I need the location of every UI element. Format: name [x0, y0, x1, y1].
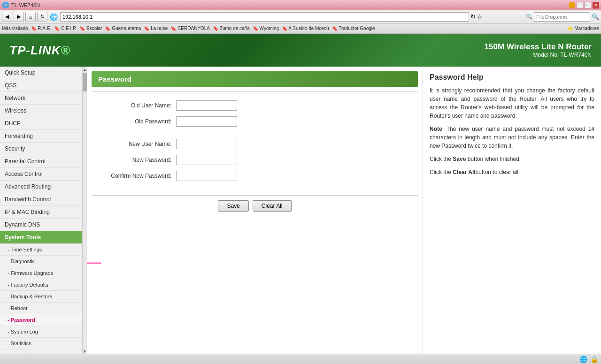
new-password-input[interactable]: [176, 155, 237, 165]
sidebar-item-quick-setup[interactable]: Quick Setup: [0, 67, 82, 79]
sidebar-item-dhcp[interactable]: DHCP: [0, 117, 82, 130]
product-line: 150M Wireless Lite N Router: [485, 42, 592, 52]
sidebar-item-backup-restore[interactable]: - Backup & Restore: [0, 291, 82, 303]
status-icon-shield: 🔒: [590, 356, 598, 363]
main-container: Quick Setup QSS Network Wireless DHCP Fo…: [0, 67, 601, 354]
new-password-row: New Password:: [101, 155, 408, 165]
sidebar-item-diagnostic[interactable]: - Diagnostic: [0, 256, 82, 267]
clear-hint-bold: Clear All: [453, 169, 475, 175]
bookmark-mas-visitado[interactable]: Más visitado: [2, 26, 28, 31]
browser-title: TL-WR740N: [11, 2, 569, 8]
status-icon-globe: 🌐: [579, 356, 587, 363]
sidebar-item-system-log[interactable]: - System Log: [0, 326, 82, 338]
new-username-row: New User Name:: [101, 139, 408, 149]
sidebar-item-ip-mac-binding[interactable]: IP & MAC Binding: [0, 206, 82, 219]
bookmark-guerra[interactable]: 🔖 Guerra eterna: [105, 26, 141, 31]
button-row: Save Clear All: [92, 200, 418, 212]
bookmark-traductor[interactable]: 🔖 Traductor Google: [332, 26, 375, 31]
close-btn[interactable]: ✕: [593, 2, 599, 8]
bookmark-ceip[interactable]: 🔖 C.E.I.P.: [54, 26, 77, 31]
old-password-row: Old Password:: [101, 116, 408, 127]
confirm-password-input[interactable]: [176, 171, 237, 181]
old-username-label: Old User Name:: [101, 102, 176, 109]
browser-icon: 🌐: [2, 1, 9, 8]
sidebar-item-forwarding[interactable]: Forwarding: [0, 130, 82, 143]
new-username-input[interactable]: [176, 139, 237, 149]
note-label: Note: [430, 126, 442, 132]
old-username-row: Old User Name:: [101, 100, 408, 111]
sidebar-item-network[interactable]: Network: [0, 92, 82, 105]
sidebar-item-wireless[interactable]: Wireless: [0, 105, 82, 117]
sidebar-item-password[interactable]: - Password: [0, 314, 82, 326]
help-clear-hint: Click the Clear Allbutton to clear all.: [430, 168, 594, 176]
bookmark-escolar[interactable]: 🔖 Escolar: [79, 26, 102, 31]
confirm-password-label: Confirm New Password:: [101, 173, 176, 179]
sidebar-item-system-tools[interactable]: System Tools: [0, 231, 82, 244]
sidebar-item-qss[interactable]: QSS: [0, 79, 82, 92]
save-hint-suffix: button when finished.: [466, 156, 521, 162]
clear-hint-suffix: button to clear all.: [476, 169, 520, 175]
new-username-label: New User Name:: [101, 141, 176, 147]
new-password-label: New Password:: [101, 157, 176, 163]
sidebar: Quick Setup QSS Network Wireless DHCP Fo…: [0, 67, 82, 354]
bookmark-marcadores[interactable]: ⭐ Marcadores: [567, 26, 599, 31]
star-icon[interactable]: ☆: [477, 13, 483, 20]
filerop-icon: 🔍: [526, 14, 532, 20]
sidebar-item-firmware-upgrade[interactable]: - Firmware Upgrade: [0, 267, 82, 279]
clear-all-button[interactable]: Clear All: [253, 200, 292, 212]
sidebar-item-bandwidth-control[interactable]: Bandwidth Control: [0, 193, 82, 206]
back-btn[interactable]: ◀: [2, 12, 12, 22]
note-text: : The new user name and password must no…: [430, 126, 594, 149]
help-panel: Password Help It is strongly recommended…: [423, 67, 601, 354]
bottom-separator: [92, 195, 418, 196]
maximize-btn[interactable]: □: [585, 2, 591, 8]
sidebar-item-time-settings[interactable]: - Time Settings: [0, 244, 82, 256]
bookmark-wyoming[interactable]: 🔖 Wyoming: [253, 26, 279, 31]
sidebar-item-parental-control[interactable]: Parental Control: [0, 155, 82, 168]
save-hint-bold: Save: [453, 156, 466, 162]
clear-hint-prefix: Click the: [430, 169, 453, 175]
status-bar: 🌐 🔒: [0, 354, 601, 364]
sidebar-item-reboot[interactable]: - Reboot: [0, 303, 82, 314]
forward-btn[interactable]: ▶: [14, 12, 24, 22]
scrollbar-down-arrow[interactable]: ▼: [83, 349, 87, 354]
search-go-btn[interactable]: 🔍: [592, 13, 599, 20]
sidebar-wrapper: Quick Setup QSS Network Wireless DHCP Fo…: [0, 67, 87, 354]
browser-titlebar: 🌐 TL-WR740N ─ □ ✕: [0, 0, 601, 10]
sidebar-item-statistics[interactable]: - Statistics: [0, 338, 82, 349]
search-box[interactable]: [534, 12, 590, 22]
help-para1: It is strongly recommended that you chan…: [430, 86, 594, 120]
arrow-svg: [87, 249, 110, 277]
sidebar-item-advanced-routing[interactable]: Advanced Routing: [0, 181, 82, 193]
sidebar-item-dynamic-dns[interactable]: Dynamic DNS: [0, 219, 82, 231]
old-username-input[interactable]: [176, 100, 237, 111]
bookmark-zumo[interactable]: 🔖 Zumo de caña: [213, 26, 250, 31]
bookmark-sueldo[interactable]: 🔖 A Sueldo de Moscú: [282, 26, 329, 31]
window-icon-btn: [569, 2, 575, 8]
home-btn[interactable]: ⌂: [25, 12, 36, 22]
sidebar-scrollbar[interactable]: ▲ ▼: [82, 67, 87, 354]
section-header: Password: [92, 71, 418, 87]
bookmark-cerdanyola[interactable]: 🔖 CERDANYOLA: [170, 26, 210, 31]
bookmark-rae[interactable]: 🔖 R.A.E.: [31, 26, 52, 31]
help-note: Note: The new user name and password mus…: [430, 125, 594, 150]
tp-link-logo: TP-LINK®: [9, 43, 70, 58]
scrollbar-thumb[interactable]: [83, 73, 87, 91]
old-password-input[interactable]: [176, 116, 237, 127]
browser-toolbar: ◀ ▶ ⌂ ↻ 🌐 ↻ ☆ 🔍 🔍: [0, 10, 601, 23]
save-hint-prefix: Click the: [430, 156, 453, 162]
help-title: Password Help: [430, 73, 594, 82]
reload-icon[interactable]: ↻: [470, 13, 476, 20]
top-separator: [92, 91, 418, 92]
refresh-btn[interactable]: ↻: [37, 12, 47, 22]
sidebar-item-security[interactable]: Security: [0, 143, 82, 155]
save-button[interactable]: Save: [218, 200, 248, 212]
minimize-btn[interactable]: ─: [577, 2, 583, 8]
globe-icon: 🌐: [50, 13, 58, 21]
sidebar-item-access-control[interactable]: Access Control: [0, 168, 82, 181]
address-bar[interactable]: [60, 12, 469, 22]
sidebar-item-factory-defaults[interactable]: - Factory Defaults: [0, 279, 82, 291]
help-save-hint: Click the Save button when finished.: [430, 155, 594, 163]
bookmark-nube[interactable]: 🔖 La nube: [144, 26, 168, 31]
scrollbar-up-arrow[interactable]: ▲: [83, 68, 87, 72]
